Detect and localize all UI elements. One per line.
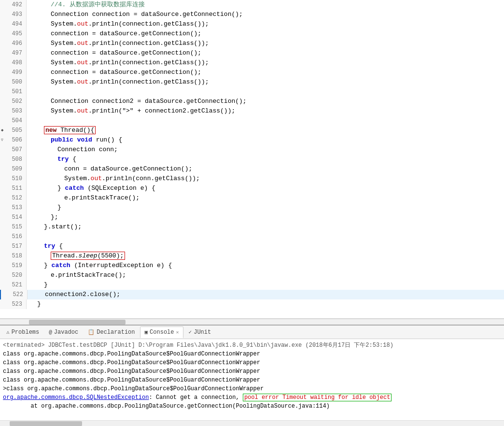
console-content: <terminated> JDBCTest.testDBCP [JUnit] D… xyxy=(0,339,504,420)
line-number: 500 xyxy=(0,77,27,87)
code-line: 511} catch (SQLException e) { xyxy=(0,184,504,193)
error-link[interactable]: org.apache.commons.dbcp.SQLNestedExcepti… xyxy=(3,394,149,401)
console-output-line: class org.apache.commons.dbcp.PoolingDat… xyxy=(3,376,501,384)
code-line: 507Connection conn; xyxy=(0,145,504,155)
line-content: } catch (InterruptedException e) { xyxy=(27,261,504,270)
line-number: 492 xyxy=(0,0,27,10)
console-output-line: class org.apache.commons.dbcp.PoolingDat… xyxy=(3,358,501,367)
line-number: 521 xyxy=(0,280,27,290)
code-line: 515}.start(); xyxy=(0,222,504,232)
line-number: 523 xyxy=(0,299,27,309)
line-content: System.out.println(">" + connection2.get… xyxy=(27,106,504,116)
code-line: 514}; xyxy=(0,213,504,222)
code-line: ▽506public void run() { xyxy=(0,135,504,145)
bottom-panel: ⚠Problems@Javadoc📋Declaration▣Console✕✓J… xyxy=(0,325,504,426)
error-highlight: pool error Timeout waiting for idle obje… xyxy=(243,394,392,401)
code-line: 522connection2.close(); xyxy=(0,290,504,299)
line-content: conn = dataSource.getConnection(); xyxy=(27,164,504,174)
line-content: System.out.println(conn.getClass()); xyxy=(27,174,504,184)
line-number: 518 xyxy=(0,251,27,261)
line-content: e.printStackTrace(); xyxy=(27,270,504,280)
tab-problems-icon: ⚠ xyxy=(6,329,10,335)
line-number: 512 xyxy=(0,193,27,203)
tab-console[interactable]: ▣Console✕ xyxy=(140,327,183,338)
line-content: System.out.println(connection.getClass()… xyxy=(27,58,504,68)
code-scrollbar-thumb[interactable] xyxy=(29,320,126,325)
line-content: try { xyxy=(27,241,504,251)
code-line: 497connection = dataSource.getConnection… xyxy=(0,48,504,58)
tab-javadoc[interactable]: @Javadoc xyxy=(44,327,83,338)
code-line: 495connection = dataSource.getConnection… xyxy=(0,29,504,39)
code-line: 494System.out.println(connection.getClas… xyxy=(0,19,504,29)
line-number: 502 xyxy=(0,97,27,106)
line-number: 517 xyxy=(0,241,27,251)
line-number: 522 xyxy=(1,290,28,299)
line-number: 510 xyxy=(0,174,27,184)
line-number: 504 xyxy=(0,116,27,126)
line-number: 516 xyxy=(0,232,27,241)
tab-console-icon: ▣ xyxy=(144,329,148,335)
line-content: //4. 从数据源中获取数据库连接 xyxy=(27,0,504,10)
line-number: 503 xyxy=(0,106,27,116)
line-content: connection2.close(); xyxy=(28,290,504,299)
code-line: 513} xyxy=(0,203,504,213)
line-content: e.printStackTrace(); xyxy=(27,193,504,203)
tab-junit[interactable]: ✓JUnit xyxy=(184,327,216,338)
line-number: 509 xyxy=(0,164,27,174)
line-number: 514 xyxy=(0,213,27,222)
console-scrollbar-thumb[interactable] xyxy=(10,421,82,426)
code-line: 496System.out.println(connection.getClas… xyxy=(0,39,504,48)
code-line: 499connection = dataSource.getConnection… xyxy=(0,68,504,77)
line-number: 507 xyxy=(0,145,27,155)
code-line: 502Connection connection2 = dataSource.g… xyxy=(0,97,504,106)
code-editor: 492//4. 从数据源中获取数据库连接493Connection connec… xyxy=(0,0,504,319)
code-line: ◆505new Thread(){ xyxy=(0,126,504,135)
tab-declaration-icon: 📋 xyxy=(88,329,95,335)
code-line: 501 xyxy=(0,87,504,97)
line-content: }.start(); xyxy=(27,222,504,232)
line-content: new Thread(){ xyxy=(27,126,504,135)
line-content: } xyxy=(27,299,504,309)
code-line: 503System.out.println(">" + connection2.… xyxy=(0,106,504,116)
line-number: 496 xyxy=(0,39,27,48)
line-content: Connection connection2 = dataSource.getC… xyxy=(27,97,504,106)
line-content: connection = dataSource.getConnection(); xyxy=(27,48,504,58)
line-content: connection = dataSource.getConnection(); xyxy=(27,29,504,39)
line-number: 501 xyxy=(0,87,27,97)
code-line: 518Thread.sleep(5500); xyxy=(0,251,504,261)
code-line: 509conn = dataSource.getConnection(); xyxy=(0,164,504,174)
tab-declaration[interactable]: 📋Declaration xyxy=(84,327,139,338)
console-horizontal-scrollbar[interactable] xyxy=(0,420,504,426)
tab-javadoc-label: Javadoc xyxy=(54,329,78,336)
line-number: 495 xyxy=(0,29,27,39)
tab-junit-label: JUnit xyxy=(194,329,211,336)
line-content: public void run() { xyxy=(27,135,504,145)
code-line: 516 xyxy=(0,232,504,241)
line-content: System.out.println(connection.getClass()… xyxy=(27,39,504,48)
console-output-line: >class org.apache.commons.dbcp.PoolingDa… xyxy=(3,384,501,393)
code-line: 523} xyxy=(0,299,504,309)
line-number: 494 xyxy=(0,19,27,29)
line-content: } xyxy=(27,280,504,290)
line-number: 515 xyxy=(0,222,27,232)
tab-problems-label: Problems xyxy=(12,329,40,336)
line-number: 508 xyxy=(0,155,27,164)
console-error-line: org.apache.commons.dbcp.SQLNestedExcepti… xyxy=(3,393,501,402)
line-content: connection = dataSource.getConnection(); xyxy=(27,68,504,77)
line-number: 513 xyxy=(0,203,27,213)
line-content: } xyxy=(27,203,504,213)
line-number: ◆505 xyxy=(0,126,27,135)
line-number: 493 xyxy=(0,10,27,19)
code-line: 520e.printStackTrace(); xyxy=(0,270,504,280)
code-line: 512e.printStackTrace(); xyxy=(0,193,504,203)
tabs-bar: ⚠Problems@Javadoc📋Declaration▣Console✕✓J… xyxy=(0,326,504,339)
line-number: 498 xyxy=(0,58,27,68)
tab-console-close[interactable]: ✕ xyxy=(176,329,179,335)
line-number: ▽506 xyxy=(0,135,27,145)
console-stacktrace-line: at org.apache.commons.dbcp.PoolingDataSo… xyxy=(3,402,501,411)
code-horizontal-scrollbar[interactable] xyxy=(0,319,504,325)
code-line: 510System.out.println(conn.getClass()); xyxy=(0,174,504,184)
line-content: Connection conn; xyxy=(27,145,504,155)
line-number: 511 xyxy=(0,184,27,193)
tab-problems[interactable]: ⚠Problems xyxy=(2,327,43,338)
